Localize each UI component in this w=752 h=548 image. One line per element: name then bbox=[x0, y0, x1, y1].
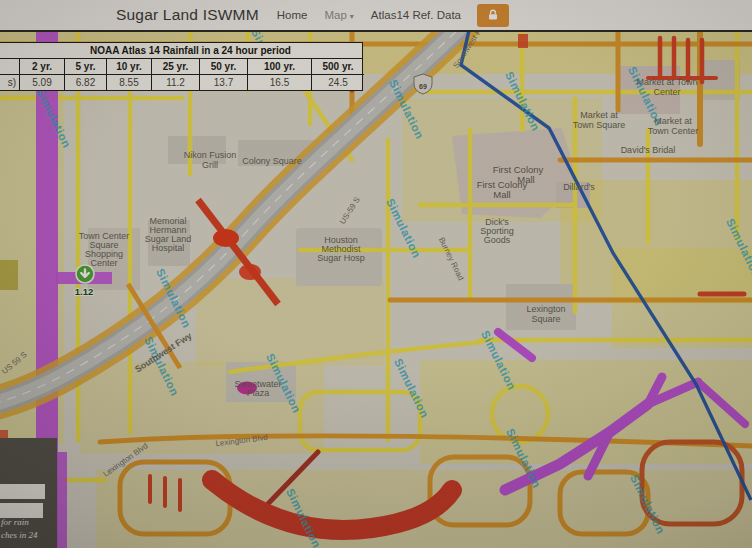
svg-text:Town Square: Town Square bbox=[573, 120, 626, 130]
col-header-rowlabel bbox=[0, 59, 19, 74]
noaa-table-grid: 2 yr. 5 yr. 10 yr. 25 yr. 50 yr. 100 yr.… bbox=[0, 59, 362, 90]
main-nav: Home Map▾ Atlas14 Ref. Data bbox=[277, 9, 461, 21]
svg-text:Goods: Goods bbox=[484, 235, 511, 245]
nav-map-label: Map bbox=[324, 9, 346, 21]
highway-shield-69: 69 bbox=[414, 74, 432, 94]
col-header-5yr: 5 yr. bbox=[64, 59, 106, 74]
legend-caption-line2: ches in 24 bbox=[1, 530, 38, 540]
legend-widget-panel: for rain ches in 24 bbox=[0, 438, 57, 548]
noaa-table-title: NOAA Atlas 14 Rainfall in a 24 hour peri… bbox=[0, 43, 362, 59]
svg-text:David's Bridal: David's Bridal bbox=[621, 145, 676, 155]
svg-text:Market at Town: Market at Town bbox=[637, 77, 698, 87]
svg-text:Dillard's: Dillard's bbox=[563, 182, 595, 192]
svg-text:Hospital: Hospital bbox=[152, 243, 185, 253]
upload-lock-button[interactable] bbox=[477, 4, 509, 27]
col-header-50yr: 50 yr. bbox=[199, 59, 247, 74]
row-label-inches: s) bbox=[0, 74, 19, 90]
col-header-500yr: 500 yr. bbox=[311, 59, 364, 74]
svg-text:Town Center: Town Center bbox=[648, 126, 699, 136]
lock-icon bbox=[486, 8, 500, 22]
svg-text:Market at: Market at bbox=[580, 110, 618, 120]
svg-text:Square: Square bbox=[531, 314, 560, 324]
nav-atlas14-ref-data[interactable]: Atlas14 Ref. Data bbox=[371, 9, 461, 21]
map-canvas[interactable]: 69 1.12 Simulation Simulation Simulation… bbox=[0, 32, 752, 548]
nav-home[interactable]: Home bbox=[277, 9, 308, 21]
noaa-rainfall-table: NOAA Atlas 14 Rainfall in a 24 hour peri… bbox=[0, 42, 363, 91]
value-2yr: 5.09 bbox=[19, 74, 64, 90]
app-window: Sugar Land ISWMM Home Map▾ Atlas14 Ref. … bbox=[0, 0, 752, 548]
value-500yr: 24.5 bbox=[311, 74, 364, 90]
shield-number: 69 bbox=[419, 83, 427, 90]
rain-marker-value: 1.12 bbox=[75, 286, 94, 297]
col-header-2yr: 2 yr. bbox=[19, 59, 64, 74]
svg-text:Mall: Mall bbox=[493, 189, 510, 200]
legend-caption-line1: for rain bbox=[1, 517, 29, 527]
value-50yr: 13.7 bbox=[199, 74, 247, 90]
value-25yr: 11.2 bbox=[151, 74, 199, 90]
value-10yr: 8.55 bbox=[106, 74, 151, 90]
col-header-25yr: 25 yr. bbox=[151, 59, 199, 74]
svg-text:Market at: Market at bbox=[654, 116, 692, 126]
svg-text:Plaza: Plaza bbox=[247, 388, 270, 398]
svg-text:Colony Square: Colony Square bbox=[242, 156, 302, 166]
svg-text:Center: Center bbox=[653, 87, 680, 97]
top-header-bar: Sugar Land ISWMM Home Map▾ Atlas14 Ref. … bbox=[0, 0, 752, 32]
legend-swatch bbox=[0, 484, 45, 499]
svg-text:Sugar Hosp: Sugar Hosp bbox=[317, 253, 365, 263]
value-5yr: 6.82 bbox=[64, 74, 106, 90]
value-100yr: 16.5 bbox=[247, 74, 311, 90]
map-viewport[interactable]: 69 1.12 Simulation Simulation Simulation… bbox=[0, 32, 752, 548]
col-header-10yr: 10 yr. bbox=[106, 59, 151, 74]
svg-text:Lexington: Lexington bbox=[526, 304, 565, 314]
legend-swatch bbox=[0, 503, 43, 518]
col-header-100yr: 100 yr. bbox=[247, 59, 311, 74]
svg-text:Grill: Grill bbox=[202, 160, 218, 170]
svg-text:Nikon Fusion: Nikon Fusion bbox=[184, 150, 237, 160]
svg-text:Center: Center bbox=[90, 258, 117, 268]
app-title: Sugar Land ISWMM bbox=[116, 6, 259, 24]
chevron-down-icon: ▾ bbox=[350, 12, 354, 21]
nav-map-dropdown[interactable]: Map▾ bbox=[324, 9, 353, 21]
